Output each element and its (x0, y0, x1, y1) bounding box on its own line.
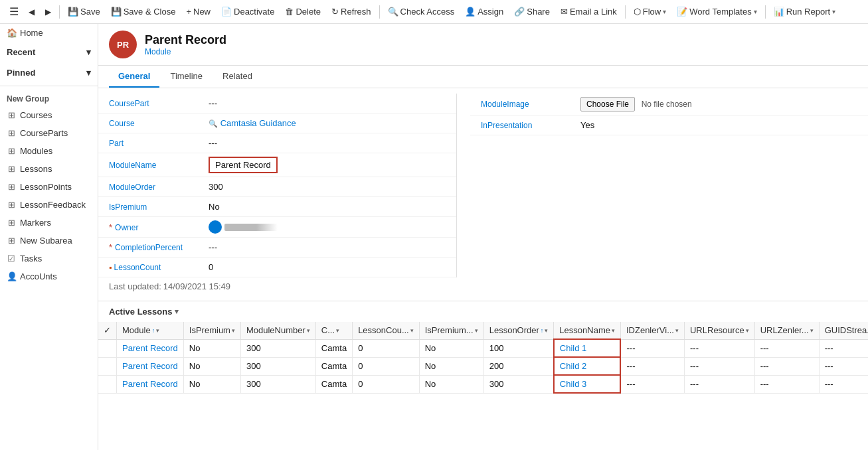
lessonorder-cell: 100 (483, 339, 554, 357)
ispremium-col-dropdown[interactable]: ▾ (232, 327, 235, 334)
urlzenler-col-dropdown[interactable]: ▾ (810, 327, 814, 334)
lessoncou-col-dropdown[interactable]: ▾ (410, 327, 414, 334)
email-link-button[interactable]: ✉ Email a Link (556, 5, 622, 19)
module-cell[interactable]: Parent Record (117, 339, 184, 357)
sidebar-item-courses[interactable]: ⊞ Courses (0, 106, 98, 124)
deactivate-button[interactable]: 📄 Deactivate (217, 5, 279, 19)
modulename-value[interactable]: Parent Record (209, 157, 446, 173)
share-button[interactable]: 🔗 Share (509, 5, 555, 19)
save-close-button[interactable]: 💾 Save & Close (106, 5, 181, 19)
course-link[interactable]: Camtasia Guidance (220, 118, 296, 128)
th-urlresource[interactable]: URLResource ▾ (684, 322, 754, 339)
subgrid-chevron-icon[interactable]: ▾ (175, 307, 179, 316)
lessonname-cell[interactable]: Child 3 (554, 375, 621, 393)
course-lookup-icon: 🔍 (209, 119, 218, 127)
choose-file-button[interactable]: Choose File (580, 97, 635, 112)
subgrid-inner: ✓ Module ↑ ▾ (98, 322, 868, 394)
th-lessonname[interactable]: LessonName ▾ (554, 322, 621, 339)
check-cell[interactable] (98, 375, 117, 393)
th-check[interactable]: ✓ (98, 322, 117, 339)
new-button[interactable]: + New (181, 5, 215, 19)
no-file-text: No file chosen (642, 100, 692, 109)
tab-timeline[interactable]: Timeline (161, 66, 212, 88)
c-col-dropdown[interactable]: ▾ (336, 327, 339, 334)
assign-button[interactable]: 👤 Assign (460, 5, 508, 19)
tab-related[interactable]: Related (213, 66, 262, 88)
markers-icon: ⊞ (7, 218, 16, 228)
lessonname-cell[interactable]: Child 1 (554, 339, 621, 357)
form-columns: CoursePart --- Course 🔍 Camtasia Guidanc… (98, 94, 868, 277)
th-lessoncou[interactable]: LessonCou... ▾ (353, 322, 420, 339)
lessonorder-col-dropdown[interactable]: ▾ (545, 327, 548, 334)
record-info: Parent Record Module (145, 33, 226, 56)
module-cell[interactable]: Parent Record (117, 375, 184, 393)
owner-value (209, 220, 446, 234)
form-right-col: ModuleImage Choose File No file chosen I… (457, 94, 868, 277)
check-access-label: Check Access (400, 7, 455, 17)
th-lessonorder[interactable]: LessonOrder ↑ ▾ (483, 322, 554, 339)
sidebar-item-lessons[interactable]: ⊞ Lessons (0, 160, 98, 178)
sidebar-item-home[interactable]: 🏠 Home (0, 24, 98, 42)
coursepart-value: --- (209, 98, 446, 108)
word-templates-button[interactable]: 📝 Word Templates ▾ (672, 5, 761, 19)
th-urlzenler[interactable]: URLZenler... ▾ (754, 322, 819, 339)
ispremium2-col-dropdown[interactable]: ▾ (475, 327, 478, 334)
sidebar-pinned-label: Pinned (7, 68, 35, 78)
run-report-label: Run Report (786, 7, 830, 17)
flow-icon: ⬡ (634, 7, 641, 17)
sidebar-item-accounts[interactable]: 👤 AccoUnts (0, 267, 98, 285)
th-modulenumber[interactable]: ModuleNumber ▾ (240, 322, 315, 339)
modulenumber-col-dropdown[interactable]: ▾ (307, 327, 310, 334)
back-button[interactable]: ◀ (24, 5, 39, 19)
module-cell[interactable]: Parent Record (117, 357, 184, 375)
check-cell[interactable] (98, 357, 117, 375)
sidebar-item-markers[interactable]: ⊞ Markers (0, 214, 98, 232)
email-link-label: Email a Link (570, 7, 617, 17)
th-ispremium[interactable]: IsPremium ▾ (183, 322, 240, 339)
idzenlervi-col-dropdown[interactable]: ▾ (675, 327, 679, 334)
th-guidstrea[interactable]: GUIDStrea... ▾ (819, 322, 868, 339)
flow-button[interactable]: ⬡ Flow ▾ (629, 5, 671, 19)
sidebar-item-newsubarea[interactable]: ⊞ New Subarea (0, 232, 98, 250)
sidebar-pinned-header[interactable]: Pinned ▾ (0, 62, 98, 83)
sidebar-item-courseparts[interactable]: ⊞ CourseParts (0, 124, 98, 142)
subgrid-title: Active Lessons (109, 307, 172, 317)
run-report-dropdown-arrow: ▾ (832, 8, 835, 15)
tab-general[interactable]: General (109, 66, 159, 88)
check-cell[interactable] (98, 339, 117, 357)
urlzenler-cell: --- (754, 375, 819, 393)
check-access-button[interactable]: 🔍 Check Access (383, 5, 460, 19)
urlresource-col-dropdown[interactable]: ▾ (746, 327, 749, 334)
lessonname-cell[interactable]: Child 2 (554, 357, 621, 375)
form-row-coursepart: CoursePart --- (98, 94, 456, 113)
sidebar-tasks-label: Tasks (20, 254, 42, 263)
modulenumber-cell: 300 (240, 375, 315, 393)
form-row-moduleorder: ModuleOrder 300 (98, 177, 456, 197)
guidstrea-cell: --- (819, 375, 868, 393)
c-cell: Camta (315, 357, 352, 375)
sidebar-recent-header[interactable]: Recent ▾ (0, 42, 98, 62)
forward-button[interactable]: ▶ (41, 5, 56, 19)
share-label: Share (527, 7, 550, 17)
lessonname-col-dropdown[interactable]: ▾ (612, 327, 615, 334)
sidebar-item-lessonpoints[interactable]: ⊞ LessonPoints (0, 178, 98, 196)
tasks-icon: ☑ (7, 254, 16, 263)
refresh-button[interactable]: ↻ Refresh (327, 5, 376, 19)
refresh-icon: ↻ (331, 7, 339, 17)
th-idzenlervi[interactable]: IDZenlerVi... ▾ (620, 322, 684, 339)
delete-button[interactable]: 🗑 Delete (280, 5, 325, 19)
modulenumber-cell: 300 (240, 357, 315, 375)
run-report-button[interactable]: 📊 Run Report ▾ (769, 5, 840, 19)
email-link-icon: ✉ (561, 7, 568, 17)
pinned-chevron-icon: ▾ (86, 68, 91, 78)
sidebar-item-modules[interactable]: ⊞ Modules (0, 142, 98, 160)
sidebar-item-lessonfeedback[interactable]: ⊞ LessonFeedback (0, 196, 98, 214)
th-ispremium2[interactable]: IsPremium... ▾ (419, 322, 483, 339)
module-col-dropdown[interactable]: ▾ (156, 327, 159, 334)
save-button[interactable]: 💾 Save (63, 5, 105, 19)
th-c[interactable]: C... ▾ (315, 322, 352, 339)
th-module[interactable]: Module ↑ ▾ (117, 322, 184, 339)
hamburger-menu-button[interactable]: ☰ (5, 3, 23, 20)
moduleorder-value: 300 (209, 182, 446, 192)
sidebar-item-tasks[interactable]: ☑ Tasks (0, 250, 98, 267)
